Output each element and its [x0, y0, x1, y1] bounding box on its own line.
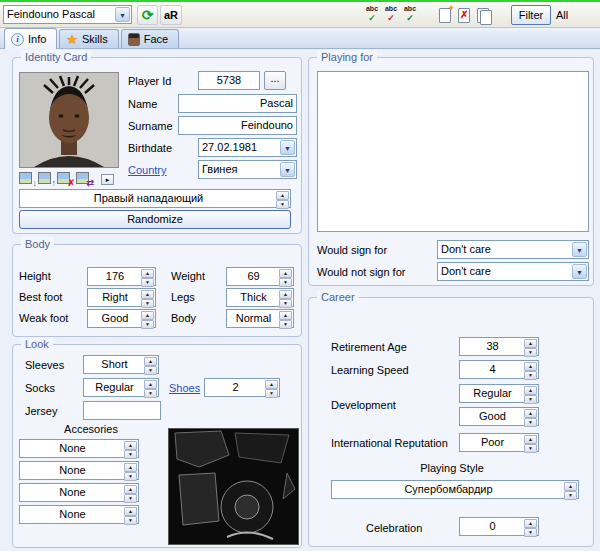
spin-up-icon[interactable]: ▲: [564, 482, 577, 491]
copy-file-icon[interactable]: [476, 7, 493, 25]
spin-down-icon[interactable]: ▼: [524, 371, 537, 380]
height-spinner[interactable]: 176 ▲▼: [87, 267, 156, 286]
transliterate-button[interactable]: aR: [160, 5, 182, 25]
dropdown-icon[interactable]: ▼: [280, 140, 295, 155]
legs-spinner[interactable]: Thick ▲▼: [226, 288, 294, 307]
spin-down-icon[interactable]: ▼: [141, 320, 154, 329]
spin-up-icon[interactable]: ▲: [524, 339, 537, 348]
filter-all-label[interactable]: All: [556, 9, 568, 21]
spin-up-icon[interactable]: ▲: [279, 311, 292, 320]
player-id-field[interactable]: 5738: [198, 71, 260, 90]
birthdate-combo[interactable]: 27.02.1981 ▼: [198, 138, 297, 157]
international-reputation-spinner[interactable]: Poor ▲▼: [459, 433, 539, 452]
position-spinner[interactable]: Правый нападающий ▲▼: [19, 189, 291, 208]
spin-down-icon[interactable]: ▼: [124, 472, 137, 481]
dropdown-icon[interactable]: ▼: [572, 242, 587, 257]
filter-button[interactable]: Filter: [511, 5, 551, 25]
spin-up-icon[interactable]: ▲: [524, 409, 537, 418]
would-not-sign-combo[interactable]: Don't care ▼: [437, 262, 589, 281]
best-foot-spinner[interactable]: Right ▲▼: [87, 288, 156, 307]
spin-down-icon[interactable]: ▼: [124, 494, 137, 503]
player-id-more-button[interactable]: ...: [264, 71, 286, 90]
delete-file-icon[interactable]: ✗: [457, 7, 474, 25]
accessory-4-spinner[interactable]: None ▲▼: [19, 505, 139, 524]
accessory-1-spinner[interactable]: None ▲▼: [19, 439, 139, 458]
new-file-icon[interactable]: ✦: [438, 7, 455, 25]
spin-up-icon[interactable]: ▲: [144, 380, 157, 389]
portrait-export-icon[interactable]: ↑: [38, 171, 55, 186]
spin-down-icon[interactable]: ▼: [279, 320, 292, 329]
spin-up-icon[interactable]: ▲: [524, 519, 537, 528]
shoes-spinner[interactable]: 2 ▲▼: [204, 378, 280, 397]
portrait-swap-icon[interactable]: ⇄: [76, 171, 93, 186]
spin-up-icon[interactable]: ▲: [124, 441, 137, 450]
spin-down-icon[interactable]: ▼: [524, 418, 537, 427]
spin-up-icon[interactable]: ▲: [124, 507, 137, 516]
tab-face[interactable]: Face: [121, 29, 179, 48]
jersey-field[interactable]: [83, 401, 161, 420]
spellcheck-green-icon[interactable]: abc ✓: [363, 5, 381, 26]
spin-down-icon[interactable]: ▼: [144, 389, 157, 398]
portrait-expander-button[interactable]: ▸: [101, 174, 114, 185]
spin-up-icon[interactable]: ▲: [279, 269, 292, 278]
spin-down-icon[interactable]: ▼: [124, 450, 137, 459]
accessory-2-spinner[interactable]: None ▲▼: [19, 461, 139, 480]
playing-style-spinner[interactable]: Супербомбардир ▲▼: [331, 480, 579, 499]
country-combo[interactable]: Гвинея ▼: [198, 160, 297, 179]
shoes-link[interactable]: Shoes: [169, 382, 200, 395]
spin-down-icon[interactable]: ▼: [524, 528, 537, 537]
tab-info[interactable]: i Info: [4, 28, 57, 49]
spin-up-icon[interactable]: ▲: [524, 386, 537, 395]
spin-up-icon[interactable]: ▲: [141, 311, 154, 320]
would-sign-combo[interactable]: Don't care ▼: [437, 240, 589, 259]
spin-down-icon[interactable]: ▼: [265, 389, 278, 398]
spin-down-icon[interactable]: ▼: [524, 348, 537, 357]
dropdown-icon[interactable]: ▼: [280, 162, 295, 177]
spin-up-icon[interactable]: ▲: [265, 380, 278, 389]
spin-down-icon[interactable]: ▼: [279, 299, 292, 308]
spin-down-icon[interactable]: ▼: [279, 278, 292, 287]
development-1-spinner[interactable]: Regular ▲▼: [459, 384, 539, 403]
randomize-button[interactable]: Randomize: [19, 210, 291, 229]
learning-speed-spinner[interactable]: 4 ▲▼: [459, 360, 539, 379]
weight-spinner[interactable]: 69 ▲▼: [226, 267, 294, 286]
playing-for-list[interactable]: [317, 71, 589, 232]
sleeves-spinner[interactable]: Short ▲▼: [83, 355, 159, 374]
dropdown-icon[interactable]: ▼: [572, 264, 587, 279]
spin-up-icon[interactable]: ▲: [524, 362, 537, 371]
spin-down-icon[interactable]: ▼: [524, 444, 537, 453]
portrait-import-icon[interactable]: ↓: [19, 171, 36, 186]
dropdown-icon[interactable]: ▼: [115, 7, 130, 22]
spin-up-icon[interactable]: ▲: [279, 290, 292, 299]
spin-down-icon[interactable]: ▼: [276, 200, 289, 209]
country-link[interactable]: Country: [128, 164, 167, 177]
player-select-combo[interactable]: Feindouno Pascal ▼: [3, 5, 132, 24]
spin-down-icon[interactable]: ▼: [144, 366, 157, 375]
name-field[interactable]: Pascal: [178, 94, 297, 113]
spin-up-icon[interactable]: ▲: [141, 290, 154, 299]
spin-down-icon[interactable]: ▼: [124, 516, 137, 525]
spin-down-icon[interactable]: ▼: [141, 278, 154, 287]
portrait-delete-icon[interactable]: ✗: [57, 171, 74, 186]
retirement-age-spinner[interactable]: 38 ▲▼: [459, 337, 539, 356]
spin-down-icon[interactable]: ▼: [524, 395, 537, 404]
body-type-spinner[interactable]: Normal ▲▼: [226, 309, 294, 328]
spin-up-icon[interactable]: ▲: [141, 269, 154, 278]
socks-spinner[interactable]: Regular ▲▼: [83, 378, 159, 397]
spin-up-icon[interactable]: ▲: [144, 357, 157, 366]
spin-up-icon[interactable]: ▲: [124, 485, 137, 494]
development-2-spinner[interactable]: Good ▲▼: [459, 407, 539, 426]
accessory-3-spinner[interactable]: None ▲▼: [19, 483, 139, 502]
spin-down-icon[interactable]: ▼: [141, 299, 154, 308]
spellcheck-red-icon[interactable]: abc ✓: [382, 5, 400, 26]
spin-up-icon[interactable]: ▲: [124, 463, 137, 472]
celebration-spinner[interactable]: 0 ▲▼: [459, 517, 539, 536]
spin-down-icon[interactable]: ▼: [564, 491, 577, 500]
spellcheck-dark-icon[interactable]: abc ✓: [401, 5, 419, 26]
spin-up-icon[interactable]: ▲: [524, 435, 537, 444]
tab-skills[interactable]: ★ Skills: [59, 29, 118, 48]
surname-field[interactable]: Feindouno: [178, 116, 297, 135]
refresh-button[interactable]: ⟳: [137, 5, 158, 25]
weak-foot-spinner[interactable]: Good ▲▼: [87, 309, 156, 328]
spin-up-icon[interactable]: ▲: [276, 191, 289, 200]
